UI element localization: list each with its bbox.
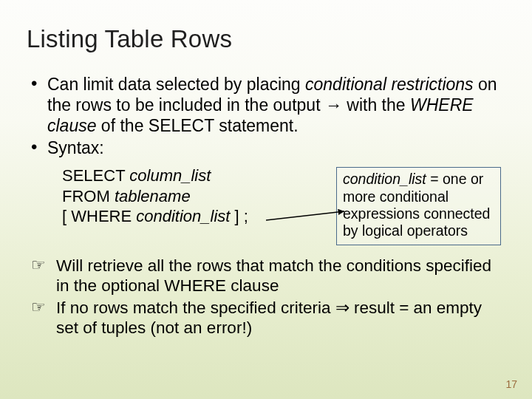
- keyword: FROM: [62, 187, 115, 205]
- definition-box: condition_list = one or more conditional…: [336, 167, 501, 245]
- emph-text: condition_list: [343, 171, 426, 187]
- emph-text: conditional restrictions: [305, 75, 474, 94]
- slide: Listing Table Rows Can limit data select…: [0, 0, 532, 399]
- text: Syntax:: [47, 138, 104, 157]
- page-number: 17: [505, 378, 517, 390]
- pointing-hand-icon: ☞: [31, 299, 46, 316]
- pointing-hand-icon: ☞: [31, 257, 46, 273]
- text: [ WHERE: [62, 207, 136, 225]
- placeholder: condition_list: [136, 207, 230, 225]
- syntax-row: SELECT column_list FROM tablename [ WHER…: [27, 166, 505, 245]
- syntax-block: SELECT column_list FROM tablename [ WHER…: [62, 166, 299, 227]
- keyword: SELECT: [62, 166, 129, 185]
- bullet-item: Syntax:: [27, 137, 505, 158]
- text: of the SELECT statement.: [96, 116, 298, 135]
- slide-title: Listing Table Rows: [27, 25, 505, 53]
- text: Will retrieve all the rows that match th…: [56, 256, 491, 295]
- bullet-item: Can limit data selected by placing condi…: [27, 74, 505, 136]
- pointer-list: ☞ Will retrieve all the rows that match …: [27, 256, 505, 338]
- syntax-line: [ WHERE condition_list ] ;: [62, 206, 299, 227]
- placeholder: column_list: [129, 166, 211, 185]
- pointer-item: ☞ If no rows match the specified criteri…: [27, 298, 505, 338]
- text: Can limit data selected by placing: [47, 75, 305, 94]
- implies-icon: ⇒: [335, 299, 349, 317]
- syntax-line: FROM tablename: [62, 186, 299, 207]
- placeholder: tablename: [115, 187, 191, 205]
- slide-content: Can limit data selected by placing condi…: [27, 74, 505, 338]
- pointer-item: ☞ Will retrieve all the rows that match …: [27, 256, 505, 296]
- syntax-line: SELECT column_list: [62, 166, 299, 186]
- text: If no rows match the specified criteria: [56, 299, 335, 317]
- text: ] ;: [230, 207, 248, 225]
- bullet-list: Can limit data selected by placing condi…: [27, 74, 505, 158]
